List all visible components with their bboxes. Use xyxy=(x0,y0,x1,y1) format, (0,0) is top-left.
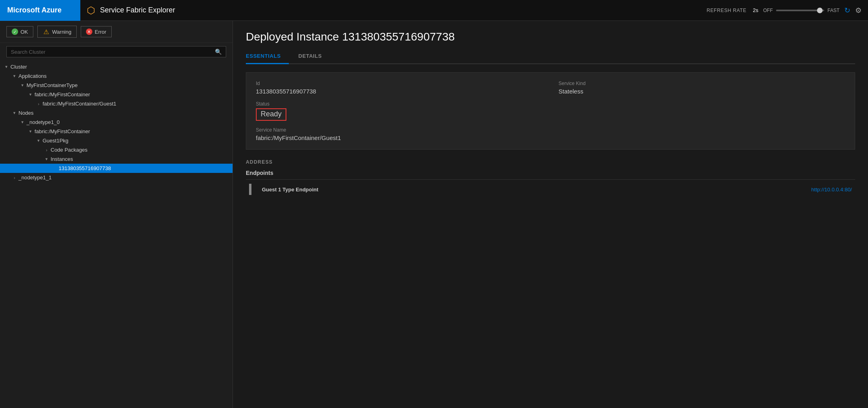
service-name-field: Service Name fabric:/MyFirstContainer/Gu… xyxy=(256,127,845,141)
settings-button[interactable]: ⚙ xyxy=(855,6,862,15)
tree-arrow-nodetype1_1: › xyxy=(11,175,18,180)
tree-item-code_packages[interactable]: ›Code Packages xyxy=(0,145,233,154)
tree-label-instances: Instances xyxy=(51,156,73,162)
status-field: Status Ready xyxy=(256,101,543,121)
tree-item-instance_id[interactable]: 131380355716907738 xyxy=(0,164,233,173)
error-filter-button[interactable]: ✕ Error xyxy=(81,26,112,37)
tree-label-myfirstcontainertype: MyFirstContainerType xyxy=(27,82,78,88)
topnav: Microsoft Azure ⬡ Service Fabric Explore… xyxy=(0,0,868,21)
status-box: Ready xyxy=(256,108,286,121)
essentials-grid: Id 131380355716907738 Service Kind State… xyxy=(256,81,845,141)
content-panel: Deployed Instance 131380355716907738 ESS… xyxy=(233,21,868,408)
main-layout: ✓ OK ⚠ Warning ✕ Error 🔍 ▾Cluster▾Applic… xyxy=(0,21,868,408)
tree-label-nodetype1_1: _nodetype1_1 xyxy=(18,175,51,181)
endpoints-label: Endpoints xyxy=(246,170,855,176)
tree: ▾Cluster▾Applications▾MyFirstContainerTy… xyxy=(0,61,233,408)
service-kind-field: Service Kind Stateless xyxy=(559,81,846,95)
endpoint-color-bar xyxy=(249,184,251,195)
tree-label-nodetype1_0: _nodetype1_0 xyxy=(27,119,59,125)
essentials-card: Id 131380355716907738 Service Kind State… xyxy=(246,72,855,150)
service-name-value: fabric:/MyFirstContainer/Guest1 xyxy=(256,134,845,141)
tree-label-node_fabric_container: fabric:/MyFirstContainer xyxy=(35,128,90,134)
tree-arrow-code_packages: › xyxy=(43,148,50,152)
endpoint-icon-col xyxy=(246,180,259,199)
tree-arrow-nodes: ▾ xyxy=(11,110,18,116)
refresh-slider-thumb[interactable] xyxy=(817,8,823,13)
id-field: Id 131380355716907738 xyxy=(256,81,543,95)
tree-label-nodes: Nodes xyxy=(18,110,34,116)
endpoint-row: Guest 1 Type Endpointhttp://10.0.0.4:80/ xyxy=(246,180,855,199)
warning-filter-button[interactable]: ⚠ Warning xyxy=(37,26,77,38)
address-section-title: ADDRESS xyxy=(246,159,855,165)
tree-arrow-instances: ▾ xyxy=(43,156,50,162)
tree-item-myfirstcontainer_guest1[interactable]: ›fabric:/MyFirstContainer/Guest1 xyxy=(0,99,233,108)
brand-logo: Microsoft Azure xyxy=(0,0,80,21)
tree-item-nodetype1_1[interactable]: ›_nodetype1_1 xyxy=(0,173,233,182)
tree-arrow-cluster: ▾ xyxy=(3,64,10,69)
tab-details[interactable]: DETAILS xyxy=(298,50,330,64)
search-input[interactable] xyxy=(11,49,215,55)
endpoint-name: Guest 1 Type Endpoint xyxy=(259,180,600,199)
ok-label: OK xyxy=(20,29,28,35)
status-label: Status xyxy=(256,101,543,107)
brand-label: Microsoft Azure xyxy=(7,6,61,14)
tree-arrow-node_fabric_container: ▾ xyxy=(27,129,34,134)
tree-item-instances[interactable]: ▾Instances xyxy=(0,154,233,164)
endpoint-url[interactable]: http://10.0.0.4:80/ xyxy=(600,180,855,199)
warning-label: Warning xyxy=(52,29,71,35)
service-fabric-icon: ⬡ xyxy=(87,5,95,16)
app-title: Service Fabric Explorer xyxy=(100,6,175,14)
ok-icon: ✓ xyxy=(12,28,18,35)
tabs: ESSENTIALSDETAILS xyxy=(246,50,855,64)
tree-arrow-nodetype1_0: ▾ xyxy=(19,120,26,125)
tree-item-guest1pkg[interactable]: ▾Guest1Pkg xyxy=(0,136,233,145)
tree-label-guest1pkg: Guest1Pkg xyxy=(43,138,68,144)
tree-label-code_packages: Code Packages xyxy=(51,147,88,153)
page-title: Deployed Instance 131380355716907738 xyxy=(246,30,855,43)
refresh-rate-label: REFRESH RATE xyxy=(707,8,746,13)
tab-essentials[interactable]: ESSENTIALS xyxy=(246,50,289,64)
tree-arrow-myfirstcontainer: ▾ xyxy=(27,92,34,97)
tree-item-nodetype1_0[interactable]: ▾_nodetype1_0 xyxy=(0,118,233,127)
tree-arrow-guest1pkg: ▾ xyxy=(35,138,42,143)
address-section: ADDRESS Endpoints Guest 1 Type Endpointh… xyxy=(246,159,855,199)
id-value: 131380355716907738 xyxy=(256,88,543,95)
refresh-rate-value: 2s xyxy=(753,7,758,13)
tree-label-applications: Applications xyxy=(18,73,47,79)
tree-arrow-myfirstcontainertype: ▾ xyxy=(19,83,26,88)
tree-item-nodes[interactable]: ▾Nodes xyxy=(0,108,233,118)
id-label: Id xyxy=(256,81,543,86)
service-kind-label: Service Kind xyxy=(559,81,846,86)
page-title-prefix: Deployed Instance xyxy=(246,30,339,43)
endpoints-table: Guest 1 Type Endpointhttp://10.0.0.4:80/ xyxy=(246,179,855,199)
ok-filter-button[interactable]: ✓ OK xyxy=(6,26,33,37)
topnav-controls: REFRESH RATE 2s OFF FAST ↻ ⚙ xyxy=(707,6,862,15)
refresh-slider-container[interactable]: OFF FAST xyxy=(763,8,839,13)
tree-item-node_fabric_container[interactable]: ▾fabric:/MyFirstContainer xyxy=(0,127,233,136)
tree-arrow-applications: ▾ xyxy=(11,73,18,79)
tree-label-myfirstcontainer_guest1: fabric:/MyFirstContainer/Guest1 xyxy=(43,101,116,107)
service-name-label: Service Name xyxy=(256,127,845,133)
sidebar: ✓ OK ⚠ Warning ✕ Error 🔍 ▾Cluster▾Applic… xyxy=(0,21,233,408)
tree-label-myfirstcontainer: fabric:/MyFirstContainer xyxy=(35,91,90,97)
tree-item-myfirstcontainertype[interactable]: ▾MyFirstContainerType xyxy=(0,81,233,90)
tree-item-applications[interactable]: ▾Applications xyxy=(0,71,233,81)
error-label: Error xyxy=(95,29,106,35)
tree-arrow-myfirstcontainer_guest1: › xyxy=(35,101,42,106)
error-icon: ✕ xyxy=(86,28,92,35)
tree-label-cluster: Cluster xyxy=(10,64,27,70)
tree-item-cluster[interactable]: ▾Cluster xyxy=(0,62,233,71)
service-kind-value: Stateless xyxy=(559,88,846,95)
status-value: Ready xyxy=(261,110,282,118)
search-icon: 🔍 xyxy=(215,49,222,55)
refresh-slider-track[interactable] xyxy=(776,10,824,11)
tree-item-myfirstcontainer[interactable]: ▾fabric:/MyFirstContainer xyxy=(0,90,233,99)
tree-label-instance_id: 131380355716907738 xyxy=(59,165,111,171)
slider-off-label: OFF xyxy=(763,8,773,13)
search-box[interactable]: 🔍 xyxy=(6,46,226,57)
refresh-button[interactable]: ↻ xyxy=(844,6,850,15)
warning-icon: ⚠ xyxy=(43,28,50,35)
sidebar-toolbar: ✓ OK ⚠ Warning ✕ Error xyxy=(0,21,233,43)
page-title-id-value: 131380355716907738 xyxy=(342,30,455,43)
slider-fast-label: FAST xyxy=(827,8,839,13)
